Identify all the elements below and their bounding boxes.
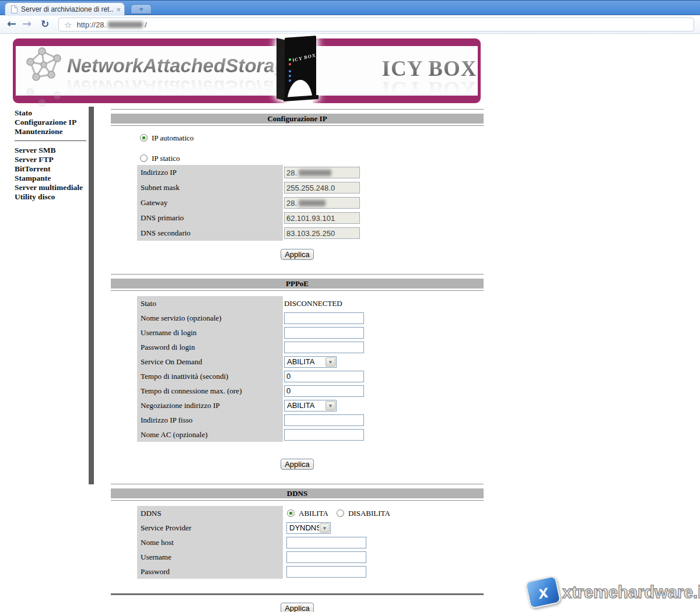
table-row-dns-primario: DNS primario 62.101.93.101	[137, 210, 360, 226]
url-suffix: /	[145, 20, 147, 29]
ip-automatico-label: IP automatico	[152, 133, 194, 142]
service-on-demand-select[interactable]: ABILITA▼	[284, 356, 337, 368]
tempo-inattivita-input[interactable]	[284, 371, 364, 382]
sidebar-divider	[15, 140, 86, 141]
sidebar-item-utility-disco[interactable]: Utility disco	[15, 192, 88, 202]
ddns-password-input[interactable]	[286, 566, 366, 578]
row-label: Username di login	[137, 325, 283, 340]
tempo-connessione-input[interactable]	[284, 385, 364, 397]
select-value: DYNDNS	[287, 523, 319, 532]
sidebar-item-server-smb[interactable]: Server SMB	[15, 146, 88, 155]
url-text[interactable]: http://28./	[76, 20, 146, 29]
indirizzo-ip-fisso-input[interactable]	[284, 414, 364, 426]
page-favicon-icon	[11, 5, 18, 13]
table-row-ddns: DDNS ABILITA DISABILITA	[137, 506, 398, 520]
dns-primario-field[interactable]: 62.101.93.101	[284, 212, 360, 224]
nas-device-image: ICY BOX	[272, 36, 329, 104]
subnet-mask-field[interactable]: 255.255.248.0	[284, 182, 360, 194]
new-tab-button[interactable]: +	[131, 4, 152, 14]
row-label: DNS primario	[137, 210, 283, 226]
row-label: Password di login	[137, 340, 283, 354]
table-row-ddns-username: Username	[137, 550, 398, 564]
ddns-abilita-label: ABILITA	[299, 509, 328, 518]
negoziazione-ip-select[interactable]: ABILITA▼	[284, 400, 337, 411]
row-label: Tempo di inattività (secondi)	[137, 369, 283, 384]
divider-dark	[111, 593, 484, 596]
gateway-field[interactable]: 28.	[284, 197, 360, 209]
ip-statico-label: IP statico	[152, 154, 180, 163]
table-row-ddns-password: Password	[137, 564, 398, 579]
sidebar-item-server-multimediale[interactable]: Server multimediale	[15, 183, 88, 192]
ip-statico-radio[interactable]	[140, 154, 148, 162]
bookmark-star-icon[interactable]: ☆	[64, 20, 72, 29]
row-label: DDNS	[137, 506, 283, 520]
field-value: 62.101.93.101	[286, 214, 335, 223]
table-row-indirizzo-ip: Indirizzo IP 28.	[137, 165, 360, 180]
tab-close-icon[interactable]: ×	[116, 6, 121, 13]
ddns-abilita-radio[interactable]	[287, 509, 295, 517]
table-row-nome-servizio: Nome servizio (opzionale)	[137, 311, 364, 325]
chevron-down-icon: ▼	[320, 523, 330, 533]
row-label: Subnet mask	[137, 180, 283, 195]
xtremehardware-logo-icon: x	[525, 575, 562, 609]
pppoe-status-value: DISCONNECTED	[284, 299, 342, 308]
chevron-down-icon: ▼	[326, 357, 335, 367]
row-label: Negoziazione indirizzo IP	[137, 398, 283, 413]
row-label: Indirizzo IP	[137, 165, 283, 180]
table-row-subnet-mask: Subnet mask 255.255.248.0	[137, 180, 360, 195]
username-login-input[interactable]	[284, 327, 364, 339]
divider	[111, 500, 484, 501]
divider	[111, 274, 484, 275]
field-value: 28.	[286, 168, 297, 177]
select-value: ABILITA	[285, 401, 325, 410]
back-button[interactable]: ←	[7, 17, 16, 30]
service-provider-select[interactable]: DYNDNS▼	[286, 522, 331, 534]
row-label: Username	[137, 550, 283, 564]
password-login-input[interactable]	[284, 342, 364, 353]
ip-automatico-radio[interactable]	[140, 134, 148, 142]
sidebar-item-configurazione-ip[interactable]: Configurazione IP	[15, 118, 88, 127]
brand-text: NetworkAttachedStorage	[67, 55, 297, 77]
divider	[111, 125, 484, 126]
indirizzo-ip-field[interactable]: 28.	[284, 167, 360, 178]
sidebar-item-bittorrent[interactable]: BitTorrent	[15, 164, 88, 174]
apply-button-pppoe[interactable]: Applica	[281, 459, 314, 470]
dns-secondario-field[interactable]: 83.103.25.250	[284, 227, 360, 239]
pppoe-table: Stato DISCONNECTED Nome servizio (opzion…	[137, 296, 364, 442]
frame-scrollbar[interactable]	[89, 107, 94, 484]
field-value: 255.255.248.0	[286, 184, 335, 192]
ddns-disabilita-label: DISABILITA	[348, 509, 390, 518]
sidebar-menu: Stato Configurazione IP Manutenzione Ser…	[15, 108, 88, 202]
table-row-tempo-connessione: Tempo di connessione max. (ore)	[137, 384, 364, 398]
nome-ac-input[interactable]	[284, 429, 364, 441]
divider	[111, 290, 484, 291]
address-bar[interactable]: ☆ http://28./	[58, 17, 694, 31]
apply-button-ip[interactable]: Applica	[281, 249, 314, 260]
sidebar-item-manutenzione[interactable]: Manutenzione	[15, 127, 88, 136]
table-row-service-provider: Service Provider DYNDNS▼	[137, 520, 398, 535]
nome-host-input[interactable]	[286, 537, 366, 548]
reload-button[interactable]: ↻	[41, 18, 49, 30]
section-header-pppoe: PPPoE	[111, 279, 484, 289]
divider	[111, 109, 484, 110]
ddns-username-input[interactable]	[286, 551, 366, 563]
divider	[111, 484, 484, 485]
brand-text-reflection: NetworkAttachedStorage	[67, 76, 297, 98]
table-row-gateway: Gateway 28.	[137, 195, 360, 210]
sidebar-item-stato[interactable]: Stato	[15, 108, 88, 118]
apply-button-ddns[interactable]: Applica	[281, 603, 314, 612]
led-blue3-icon	[289, 79, 291, 82]
browser-tab[interactable]: Server di archiviazione di ret... ×	[5, 2, 125, 16]
network-icon-reflection	[24, 84, 64, 107]
forward-button[interactable]: →	[22, 17, 32, 30]
sidebar-item-server-ftp[interactable]: Server FTP	[15, 155, 88, 164]
row-label: DNS secondario	[137, 226, 283, 241]
led-blue2-icon	[289, 75, 291, 77]
nome-servizio-input[interactable]	[284, 312, 364, 324]
row-label: Stato	[137, 296, 283, 311]
table-row-tempo-inattivita: Tempo di inattività (secondi)	[137, 369, 364, 384]
ddns-disabilita-radio[interactable]	[337, 509, 344, 517]
chevron-down-icon: ▼	[326, 401, 335, 410]
sidebar-item-stampante[interactable]: Stampante	[15, 174, 88, 183]
radio-row-ip-auto: IP automatico	[140, 133, 194, 143]
